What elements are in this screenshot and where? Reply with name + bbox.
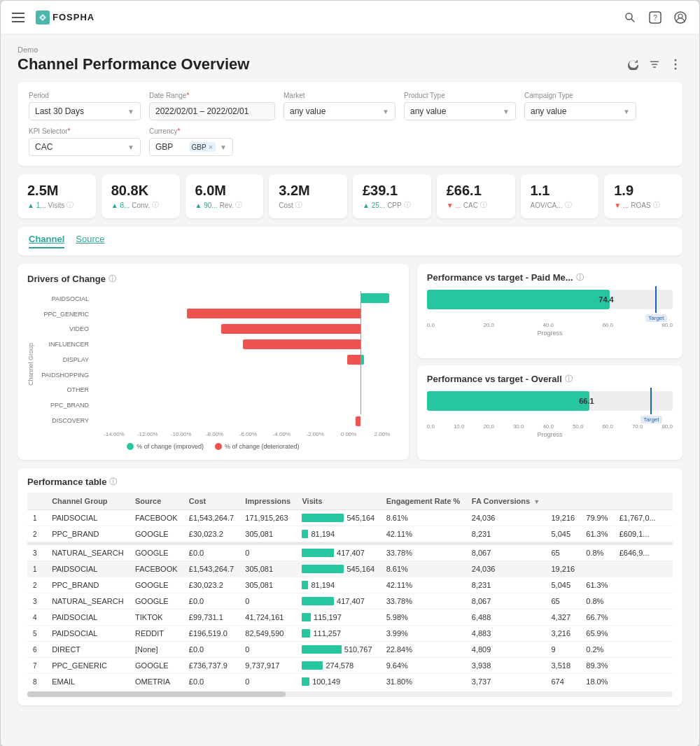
user-icon[interactable] bbox=[673, 10, 688, 25]
date-range-select[interactable]: 2022/02/01 – 2022/02/01 bbox=[149, 102, 275, 120]
legend-improved: % of change (improved) bbox=[127, 443, 204, 450]
svg-point-10 bbox=[675, 64, 677, 66]
market-select[interactable]: any value ▼ bbox=[284, 102, 396, 120]
horizontal-scrollbar[interactable] bbox=[27, 691, 673, 697]
drivers-y-axis: PAIDSOCIALPPC_GENERICVIDEOINFLUENCERDISP… bbox=[37, 291, 93, 428]
drivers-x-label-2: -10.00% bbox=[164, 431, 198, 437]
col-c4[interactable] bbox=[614, 493, 662, 510]
table-overflow[interactable]: Channel Group Source Cost Impressions Vi… bbox=[27, 493, 673, 689]
col-eng-rate[interactable]: Engagement Rate % bbox=[381, 493, 466, 510]
drivers-info-icon[interactable]: ⓘ bbox=[108, 274, 116, 284]
kpi-info-2[interactable]: ⓘ bbox=[235, 200, 242, 210]
svg-point-9 bbox=[675, 59, 677, 62]
kpi-info-5[interactable]: ⓘ bbox=[480, 200, 487, 210]
row-channel-group: EMAIL bbox=[46, 674, 130, 689]
col-c3[interactable] bbox=[580, 493, 613, 510]
drivers-bar-row-8 bbox=[93, 414, 399, 428]
row-fa-conv: 8,231 bbox=[466, 577, 546, 593]
row-source: GOOGLE bbox=[130, 545, 183, 561]
col-fa-conv[interactable]: FA Conversions ▼ bbox=[466, 493, 546, 510]
pvt-paid-xlabel: Progress bbox=[427, 330, 673, 337]
row-num: 1 bbox=[27, 561, 46, 577]
drivers-x-label-6: -2.00% bbox=[298, 431, 332, 437]
col-cost[interactable]: Cost bbox=[183, 493, 240, 510]
row-source: OMETRIA bbox=[130, 674, 183, 689]
row-spacer bbox=[662, 545, 673, 561]
hamburger-menu[interactable] bbox=[12, 13, 24, 22]
help-icon[interactable]: ? bbox=[648, 10, 663, 25]
campaign-type-select[interactable]: any value ▼ bbox=[524, 102, 636, 120]
search-icon[interactable] bbox=[622, 10, 638, 25]
table-info-icon[interactable]: ⓘ bbox=[109, 477, 117, 487]
visits-bar-cell: 81,194 bbox=[302, 530, 374, 538]
drivers-y-label-2: VIDEO bbox=[37, 322, 89, 336]
filter-icon[interactable] bbox=[648, 57, 662, 71]
more-options-icon[interactable] bbox=[668, 57, 682, 71]
drivers-x-label-8: 2.00% bbox=[365, 431, 399, 437]
visits-bar-fill bbox=[302, 645, 341, 654]
row-source: GOOGLE bbox=[130, 593, 183, 610]
row-c3: 61.3% bbox=[580, 577, 613, 593]
period-select[interactable]: Last 30 Days ▼ bbox=[29, 102, 141, 120]
kpi-info-0[interactable]: ⓘ bbox=[66, 200, 74, 210]
kpi-select[interactable]: CAC ▼ bbox=[29, 138, 141, 156]
pvt-paid-target-label: Target bbox=[645, 314, 666, 322]
app-logo: FOSPHA bbox=[36, 10, 94, 24]
row-source: GOOGLE bbox=[130, 526, 183, 542]
col-visits[interactable]: Visits bbox=[296, 493, 380, 510]
kpi-info-6[interactable]: ⓘ bbox=[565, 200, 572, 210]
currency-tag-remove[interactable]: × bbox=[209, 143, 213, 151]
pvt-overall-info-icon[interactable]: ⓘ bbox=[565, 374, 573, 384]
pvt-overall-x-tick: 0.0 bbox=[427, 423, 435, 430]
row-source: [None] bbox=[130, 642, 183, 658]
market-filter: Market any value ▼ bbox=[284, 92, 396, 120]
col-c2[interactable] bbox=[546, 493, 581, 510]
row-c3: 0.8% bbox=[580, 545, 613, 561]
kpi-value-7: 1.9 bbox=[614, 183, 673, 199]
kpi-info-4[interactable]: ⓘ bbox=[404, 200, 411, 210]
row-eng-rate: 8.61% bbox=[381, 561, 466, 577]
drivers-y-label-4: DISPLAY bbox=[37, 353, 89, 367]
row-c2: 5,045 bbox=[546, 526, 581, 542]
row-spacer bbox=[662, 610, 673, 626]
svg-text:?: ? bbox=[653, 14, 657, 22]
row-cost: £30,023.2 bbox=[183, 526, 240, 542]
drivers-bar-row-6 bbox=[93, 383, 399, 397]
row-channel-group: PPC_BRAND bbox=[46, 526, 130, 542]
kpi-info-3[interactable]: ⓘ bbox=[295, 200, 302, 210]
pvt-paid-info-icon[interactable]: ⓘ bbox=[576, 272, 584, 283]
col-impressions[interactable]: Impressions bbox=[239, 493, 296, 510]
table-row: 3 NATURAL_SEARCH GOOGLE £0.0 0 417,407 3… bbox=[27, 545, 673, 561]
col-channel-group[interactable]: Channel Group bbox=[46, 493, 130, 510]
visits-bar-fill bbox=[302, 530, 308, 538]
row-visits: 545,164 bbox=[296, 510, 380, 526]
tab-source[interactable]: Source bbox=[76, 234, 104, 248]
row-spacer bbox=[662, 561, 673, 577]
row-num: 5 bbox=[27, 626, 46, 642]
kpi-value-3: 3.2M bbox=[279, 183, 337, 199]
drivers-y-label-5: PAIDSHOPPING bbox=[37, 368, 89, 382]
kpi-info-7[interactable]: ⓘ bbox=[653, 200, 660, 210]
row-eng-rate: 22.84% bbox=[381, 642, 466, 658]
row-fa-conv: 8,067 bbox=[466, 545, 546, 561]
col-source[interactable]: Source bbox=[130, 493, 183, 510]
currency-select[interactable]: GBP GBP × ▼ bbox=[149, 138, 233, 156]
row-c3: 66.7% bbox=[580, 610, 613, 626]
pvt-stack: Performance vs target - Paid Me... ⓘ 74.… bbox=[417, 264, 682, 460]
row-cost: £1,543,264.7 bbox=[183, 510, 240, 526]
kpi-card-4: £39.1 ▲ 25... CPP ⓘ bbox=[353, 174, 431, 218]
kpi-card-7: 1.9 ▼ ... ROAS ⓘ bbox=[604, 174, 682, 218]
row-fa-conv: 4,809 bbox=[466, 642, 546, 658]
svg-point-5 bbox=[678, 14, 682, 18]
row-impressions: 171,915,263 bbox=[239, 510, 296, 526]
kpi-label-6: AOV/CA... ⓘ bbox=[531, 200, 589, 210]
product-type-select[interactable]: any value ▼ bbox=[404, 102, 516, 120]
row-impressions: 0 bbox=[239, 642, 296, 658]
kpi-label-7: ▼ ... ROAS ⓘ bbox=[614, 200, 673, 210]
pvt-paid-x-tick: 80.0 bbox=[662, 322, 673, 328]
kpi-info-1[interactable]: ⓘ bbox=[152, 200, 159, 210]
row-channel-group: PAIDSOCIAL bbox=[46, 561, 130, 577]
refresh-icon[interactable] bbox=[626, 57, 640, 71]
tab-channel[interactable]: Channel bbox=[29, 234, 64, 248]
page-title: Channel Performance Overview bbox=[18, 55, 249, 73]
